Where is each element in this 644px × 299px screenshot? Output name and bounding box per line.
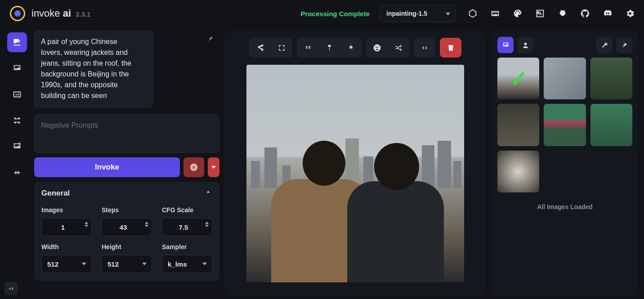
app-header: invoke ai 2.3.1 Processing Complete inpa…	[0, 0, 644, 27]
gallery-thumb[interactable]	[544, 104, 586, 146]
bug-icon[interactable]	[557, 8, 568, 19]
gallery-tab-user[interactable]	[517, 37, 533, 53]
gallery-pin-icon[interactable]	[616, 37, 632, 53]
height-label: Height	[102, 243, 152, 250]
gallery-panel: All Images Loaded	[491, 31, 639, 295]
app-logo-icon	[10, 6, 25, 21]
processing-status: Processing Complete	[301, 10, 370, 18]
sampler-label: Sampler	[162, 243, 212, 250]
gallery-thumb[interactable]	[590, 104, 632, 146]
sampler-select[interactable]: k_lms	[162, 255, 212, 273]
mode-rail	[5, 31, 29, 295]
canvas-image[interactable]	[246, 65, 464, 282]
height-select[interactable]: 512	[102, 255, 152, 273]
gallery-grid	[497, 58, 632, 192]
cfg-label: CFG Scale	[162, 206, 212, 214]
gallery-thumb[interactable]	[497, 151, 539, 192]
fullscreen-icon[interactable]	[271, 38, 292, 58]
cfg-input[interactable]: 7.5	[162, 218, 212, 236]
discord-icon[interactable]	[602, 8, 613, 19]
width-select[interactable]: 512	[41, 255, 92, 273]
gallery-tab-images[interactable]	[497, 37, 514, 53]
invoke-more-button[interactable]	[208, 157, 219, 177]
steps-input[interactable]: 43	[102, 218, 152, 236]
seed-icon[interactable]	[318, 38, 340, 58]
parameters-panel: Invoke General Images 1 Steps 43 CFG Sca…	[34, 31, 219, 295]
palette-icon[interactable]	[512, 8, 523, 19]
face-icon[interactable]	[366, 38, 388, 58]
rail-upscale[interactable]	[7, 137, 27, 156]
cancel-button[interactable]	[183, 157, 204, 177]
gallery-footer: All Images Loaded	[497, 203, 632, 210]
general-panel: General Images 1 Steps 43 CFG Scale 7.5 …	[34, 182, 219, 281]
pin-icon[interactable]	[207, 35, 214, 44]
app-title: invoke ai 2.3.1	[31, 8, 91, 19]
images-input[interactable]: 1	[41, 218, 92, 236]
prompt-input[interactable]	[34, 31, 153, 108]
settings-icon[interactable]	[624, 8, 636, 19]
delete-button[interactable]	[440, 38, 461, 58]
cube-icon[interactable]	[467, 8, 479, 19]
canvas-area	[225, 31, 486, 295]
width-label: Width	[41, 243, 92, 250]
quote-icon[interactable]	[297, 38, 318, 58]
images-label: Images	[41, 206, 92, 214]
general-title: General	[41, 189, 70, 198]
variation-icon[interactable]	[340, 38, 362, 58]
shuffle-icon[interactable]	[388, 38, 409, 58]
console-toggle[interactable]	[4, 282, 18, 295]
share-icon[interactable]	[249, 38, 271, 58]
model-selector[interactable]: inpainting-1.5	[380, 5, 456, 22]
gallery-thumb[interactable]	[497, 58, 539, 99]
rail-unified-canvas[interactable]	[7, 85, 27, 104]
keyboard-icon[interactable]	[489, 8, 501, 19]
rail-nodes[interactable]	[7, 111, 27, 130]
language-icon[interactable]	[534, 8, 546, 19]
gallery-thumb[interactable]	[497, 104, 539, 146]
wrench-icon[interactable]	[596, 37, 613, 53]
invoke-button[interactable]: Invoke	[34, 157, 180, 177]
rail-training[interactable]	[7, 163, 27, 183]
rail-img2img[interactable]	[7, 58, 27, 78]
gallery-thumb[interactable]	[544, 58, 586, 99]
negative-prompt-input[interactable]	[34, 114, 219, 153]
gallery-thumb[interactable]	[590, 58, 632, 99]
steps-label: Steps	[102, 206, 152, 214]
canvas-toolbar	[249, 38, 461, 58]
rail-txt2img[interactable]	[7, 32, 27, 52]
chevron-up-icon[interactable]	[204, 188, 212, 198]
code-icon[interactable]	[414, 38, 435, 58]
github-icon[interactable]	[579, 8, 591, 19]
